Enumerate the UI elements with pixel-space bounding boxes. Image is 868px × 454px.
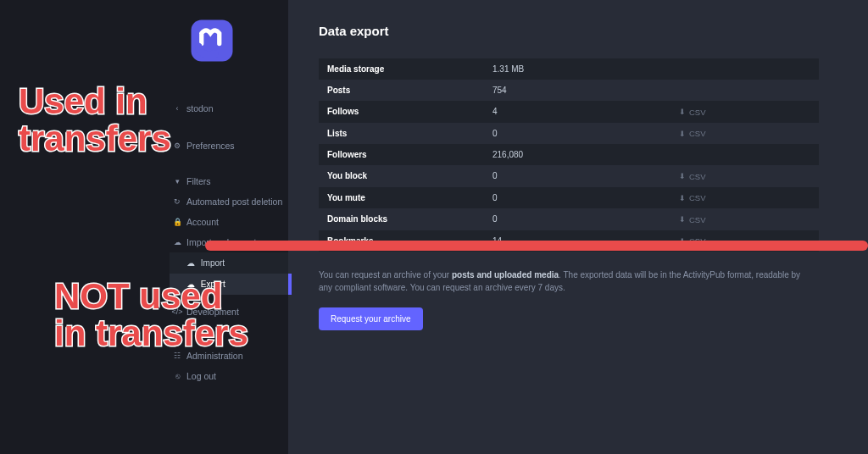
export-row-value: 754 xyxy=(484,80,670,101)
sidebar-sub-export[interactable]: ☁ Export xyxy=(170,274,288,295)
export-table: Media storage1.31 MBPosts754Follows4⬇CSV… xyxy=(319,58,819,252)
table-row: Domain blocks0⬇CSV xyxy=(319,208,819,230)
code-icon: </> xyxy=(173,307,181,316)
csv-download-link[interactable]: ⬇CSV xyxy=(679,172,706,181)
export-row-value: 14 xyxy=(484,230,670,252)
export-row-label: Bookmarks xyxy=(319,230,484,252)
csv-download-link[interactable]: ⬇CSV xyxy=(679,129,706,138)
export-row-download xyxy=(670,144,819,165)
sidebar-item-import-export[interactable]: ☁ Import and export xyxy=(170,232,288,252)
export-row-download xyxy=(670,58,819,80)
csv-download-link[interactable]: ⬇CSV xyxy=(679,236,706,246)
export-row-label: Posts xyxy=(319,80,484,101)
export-row-download[interactable]: ⬇CSV xyxy=(670,165,819,187)
sidebar-item-autodelete[interactable]: ↻ Automated post deletion xyxy=(170,191,288,212)
sidebar-sub-import[interactable]: ☁ Import xyxy=(170,252,288,274)
export-row-label: Followers xyxy=(319,144,484,165)
export-row-download[interactable]: ⬇CSV xyxy=(670,208,819,230)
cloud-up-icon: ☁ xyxy=(186,258,195,268)
chevron-left-icon: ‹ xyxy=(173,104,181,113)
csv-label: CSV xyxy=(689,129,706,138)
export-row-value: 0 xyxy=(484,187,670,209)
csv-download-link[interactable]: ⬇CSV xyxy=(679,215,706,224)
export-row-value: 4 xyxy=(484,101,670,123)
sidebar-item-label: Filters xyxy=(186,176,211,186)
sidebar-item-filters[interactable]: ▾ Filters xyxy=(170,171,288,191)
sidebar: ‹ stodon ⚙ Preferences ▾ Filters ↻ Autom… xyxy=(0,0,288,454)
csv-label: CSV xyxy=(689,193,706,202)
export-row-value: 216,080 xyxy=(484,144,670,165)
export-row-download[interactable]: ⬇CSV xyxy=(670,187,819,209)
export-row-value: 0 xyxy=(484,208,670,230)
sidebar-nav: ‹ stodon ⚙ Preferences ▾ Filters ↻ Autom… xyxy=(170,98,288,386)
table-row: You block0⬇CSV xyxy=(319,165,819,187)
sidebar-item-label: Log out xyxy=(186,371,216,381)
page-title: Data export xyxy=(319,24,837,38)
sidebar-item-preferences[interactable]: ⚙ Preferences xyxy=(170,136,288,156)
export-row-download[interactable]: ⬇CSV xyxy=(670,230,819,252)
export-row-label: You mute xyxy=(319,187,484,209)
export-row-label: Media storage xyxy=(319,58,484,80)
export-row-label: Domain blocks xyxy=(319,208,484,230)
export-row-label: Lists xyxy=(319,123,484,145)
table-row: Lists0⬇CSV xyxy=(319,123,819,145)
sliders-icon: ☷ xyxy=(173,352,181,360)
export-row-value: 0 xyxy=(484,123,670,145)
table-row: Media storage1.31 MB xyxy=(319,58,819,80)
table-row: Followers216,080 xyxy=(319,144,819,165)
csv-label: CSV xyxy=(689,236,706,246)
export-row-label: You block xyxy=(319,165,484,187)
sidebar-item-back[interactable]: ‹ stodon xyxy=(170,98,288,119)
main-panel: Data export Media storage1.31 MBPosts754… xyxy=(288,0,868,454)
export-row-value: 0 xyxy=(484,165,670,187)
sidebar-item-administration[interactable]: ☷ Administration xyxy=(170,346,288,366)
export-row-label: Follows xyxy=(319,101,484,123)
download-icon: ⬇ xyxy=(679,172,686,180)
sidebar-item-label: Automated post deletion xyxy=(186,197,282,207)
download-icon: ⬇ xyxy=(679,237,686,246)
request-archive-button[interactable]: Request your archive xyxy=(319,307,423,330)
export-row-download xyxy=(670,80,819,101)
logout-icon: ⎋ xyxy=(173,372,181,380)
cloud-icon: ☁ xyxy=(173,238,181,246)
clock-icon: ↻ xyxy=(173,197,181,206)
csv-label: CSV xyxy=(689,108,706,117)
table-row: Posts754 xyxy=(319,80,819,101)
sidebar-item-label: Preferences xyxy=(186,141,235,151)
download-icon: ⬇ xyxy=(679,130,686,138)
filter-icon: ▾ xyxy=(173,177,181,185)
download-icon: ⬇ xyxy=(679,215,686,224)
csv-label: CSV xyxy=(689,215,706,224)
export-row-download[interactable]: ⬇CSV xyxy=(670,123,819,145)
sidebar-sub-label: Export xyxy=(201,280,225,289)
csv-label: CSV xyxy=(689,172,706,181)
sidebar-item-label: Import and export xyxy=(186,237,256,247)
sidebar-item-logout[interactable]: ⎋ Log out xyxy=(170,366,288,386)
lock-icon: 🔒 xyxy=(173,218,181,226)
sidebar-item-label: stodon xyxy=(186,103,214,114)
csv-download-link[interactable]: ⬇CSV xyxy=(679,108,706,117)
table-row: Bookmarks14⬇CSV xyxy=(319,230,819,252)
download-icon: ⬇ xyxy=(679,108,686,116)
cloud-down-icon: ☁ xyxy=(186,280,195,289)
sidebar-item-development[interactable]: </> Development xyxy=(170,302,288,322)
download-icon: ⬇ xyxy=(679,194,686,202)
sidebar-item-label: Administration xyxy=(186,351,243,361)
export-row-value: 1.31 MB xyxy=(484,58,670,80)
csv-download-link[interactable]: ⬇CSV xyxy=(679,193,706,202)
sidebar-item-label: Account xyxy=(186,217,219,227)
sidebar-item-account[interactable]: 🔒 Account xyxy=(170,212,288,232)
table-row: Follows4⬇CSV xyxy=(319,101,819,123)
table-row: You mute0⬇CSV xyxy=(319,187,819,209)
mastodon-logo xyxy=(188,17,236,64)
export-row-download[interactable]: ⬇CSV xyxy=(670,101,819,123)
archive-info-text: You can request an archive of your posts… xyxy=(319,269,810,294)
gear-icon: ⚙ xyxy=(173,141,181,150)
sidebar-item-label: Development xyxy=(186,307,239,317)
sidebar-sub-label: Import xyxy=(201,258,225,268)
